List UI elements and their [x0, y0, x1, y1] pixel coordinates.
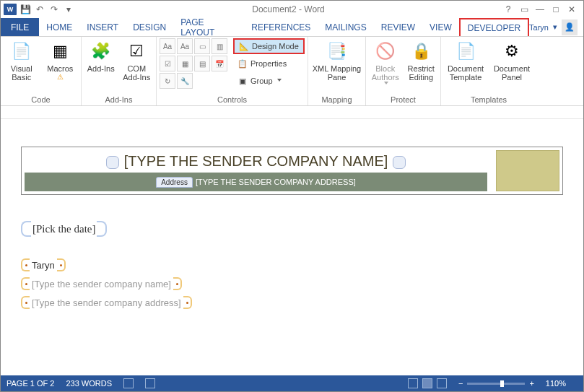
group-mapping: 📑 XML Mapping Pane Mapping: [308, 37, 366, 105]
content-control-start-icon: [21, 296, 30, 309]
read-mode-icon[interactable]: [408, 378, 418, 388]
tab-home[interactable]: HOME: [39, 18, 79, 36]
properties-button[interactable]: 📋 Properties: [233, 56, 305, 71]
avatar-icon[interactable]: 👤: [562, 19, 578, 35]
ruler[interactable]: [1, 106, 583, 119]
macros-icon: ▦: [48, 40, 71, 63]
spelling-icon[interactable]: [123, 378, 134, 388]
content-control-end-icon: [57, 258, 66, 271]
restrict-editing-icon: 🔒: [409, 40, 432, 63]
combobox-control-icon[interactable]: ▦: [177, 56, 193, 71]
user-name[interactable]: Taryn: [529, 23, 549, 32]
dropdown-control-icon[interactable]: ▤: [194, 56, 210, 71]
macro-record-icon[interactable]: [145, 378, 155, 388]
restrict-editing-button[interactable]: 🔒 Restrict Editing: [405, 38, 438, 82]
address-control-tab[interactable]: Address: [156, 177, 193, 188]
sender-address-control[interactable]: [Type the sender company address]: [21, 296, 563, 309]
tab-insert[interactable]: INSERT: [79, 18, 126, 36]
block-authors-icon: 🚫: [374, 40, 397, 63]
building-block-control-icon[interactable]: ▥: [212, 38, 227, 54]
word-count[interactable]: 233 WORDS: [66, 379, 112, 388]
letterhead-header: [TYPE THE SENDER COMPANY NAME] Address […: [21, 147, 563, 195]
checkbox-control-icon[interactable]: ☑: [160, 56, 175, 71]
group-addins-label: Add-Ins: [84, 95, 153, 105]
tab-page-layout[interactable]: PAGE LAYOUT: [173, 18, 244, 36]
ribbon-options-icon[interactable]: ▭: [518, 4, 530, 15]
plain-text-control-icon[interactable]: Aa: [177, 38, 193, 54]
addins-button[interactable]: 🧩 Add-Ins: [84, 38, 118, 73]
minimize-icon[interactable]: —: [534, 4, 546, 15]
picture-control-icon[interactable]: ▭: [194, 38, 210, 54]
document-panel-button[interactable]: ⚙ Document Panel: [490, 38, 533, 82]
page[interactable]: [TYPE THE SENDER COMPANY NAME] Address […: [6, 138, 578, 309]
repeating-section-control-icon[interactable]: ↻: [160, 73, 175, 89]
qat-customize-icon[interactable]: ▾: [63, 4, 74, 15]
document-panel-icon: ⚙: [500, 40, 523, 63]
header-logo-box[interactable]: [496, 150, 559, 191]
com-addins-button[interactable]: ☑ COM Add-Ins: [121, 38, 154, 82]
ribbon-tabs: FILE HOME INSERT DESIGN PAGE LAYOUT REFE…: [1, 18, 583, 37]
address-placeholder[interactable]: [TYPE THE SENDER COMPANY ADDRESS]: [196, 178, 356, 186]
content-control-end-icon: [97, 221, 107, 237]
controls-gallery: Aa Aa ▭ ▥ ☑ ▦ ▤ 📅 ↻ 🔧: [160, 38, 227, 89]
xml-mapping-icon: 📑: [326, 40, 349, 63]
group-code-label: Code: [4, 95, 78, 105]
sender-company-control[interactable]: [Type the sender company name]: [21, 277, 563, 290]
close-icon[interactable]: ✕: [566, 4, 578, 15]
web-layout-icon[interactable]: [437, 378, 447, 388]
tab-references[interactable]: REFERENCES: [244, 18, 318, 36]
tab-developer[interactable]: DEVELOPER: [459, 18, 529, 36]
design-mode-icon: 📐: [239, 41, 249, 51]
group-mapping-label: Mapping: [311, 95, 362, 105]
header-address-band: Address [TYPE THE SENDER COMPANY ADDRESS…: [25, 173, 487, 191]
word-icon: W: [4, 4, 17, 15]
page-indicator[interactable]: PAGE 1 OF 2: [6, 379, 54, 388]
zoom-level[interactable]: 110%: [546, 379, 566, 388]
date-content-control[interactable]: [Pick the date]: [21, 221, 563, 238]
status-bar: PAGE 1 OF 2 233 WORDS − + 110%: [1, 375, 583, 391]
visual-basic-icon: 📄: [10, 40, 33, 63]
properties-icon: 📋: [237, 58, 248, 69]
group-button[interactable]: ▣ Group: [233, 73, 305, 89]
group-code: 📄 Visual Basic ▦ Macros ⚠ Code: [1, 37, 82, 105]
header-title-control[interactable]: [TYPE THE SENDER COMPANY NAME]: [25, 150, 487, 173]
addins-icon: 🧩: [90, 40, 113, 63]
tab-mailings[interactable]: MAILINGS: [318, 18, 373, 36]
maximize-icon[interactable]: □: [550, 4, 562, 15]
print-layout-icon[interactable]: [422, 378, 432, 388]
tab-design[interactable]: DESIGN: [126, 18, 173, 36]
tab-file[interactable]: FILE: [1, 18, 39, 36]
xml-mapping-button[interactable]: 📑 XML Mapping Pane: [311, 38, 362, 82]
tab-view[interactable]: VIEW: [422, 18, 459, 36]
design-mode-button[interactable]: 📐 Design Mode: [233, 38, 305, 54]
group-protect-label: Protect: [369, 95, 437, 105]
zoom-slider[interactable]: − +: [458, 379, 534, 388]
visual-basic-button[interactable]: 📄 Visual Basic: [4, 38, 40, 82]
user-dropdown-icon[interactable]: ▾: [553, 22, 557, 32]
date-picker-control-icon[interactable]: 📅: [212, 56, 227, 71]
group-addins: 🧩 Add-Ins ☑ COM Add-Ins Add-Ins: [82, 37, 157, 105]
zoom-out-icon[interactable]: −: [458, 379, 463, 388]
content-control-start-icon: [106, 156, 119, 169]
document-template-button[interactable]: 📄 Document Template: [444, 38, 487, 82]
block-authors-button[interactable]: 🚫 Block Authors: [369, 38, 402, 86]
com-addins-icon: ☑: [125, 40, 148, 63]
help-icon[interactable]: ?: [502, 4, 514, 15]
macros-button[interactable]: ▦ Macros ⚠: [43, 38, 79, 81]
legacy-tools-icon[interactable]: 🔧: [177, 73, 193, 89]
document-area[interactable]: [TYPE THE SENDER COMPANY NAME] Address […: [1, 106, 583, 375]
undo-icon[interactable]: ↶: [34, 4, 45, 15]
rich-text-control-icon[interactable]: Aa: [160, 38, 175, 54]
save-icon[interactable]: 💾: [19, 4, 31, 15]
chevron-down-icon: [384, 82, 388, 86]
group-controls: Aa Aa ▭ ▥ ☑ ▦ ▤ 📅 ↻ 🔧 📐 Design Mode 📋 Pr…: [157, 37, 308, 105]
group-protect: 🚫 Block Authors 🔒 Restrict Editing Prote…: [366, 37, 441, 105]
document-template-icon: 📄: [454, 40, 477, 63]
sender-name-control[interactable]: Taryn: [21, 258, 563, 271]
content-control-start-icon: [21, 258, 30, 271]
zoom-in-icon[interactable]: +: [529, 379, 533, 388]
chevron-down-icon: [277, 79, 282, 83]
redo-icon[interactable]: ↷: [48, 4, 60, 15]
group-templates-label: Templates: [444, 95, 533, 105]
tab-review[interactable]: REVIEW: [374, 18, 422, 36]
